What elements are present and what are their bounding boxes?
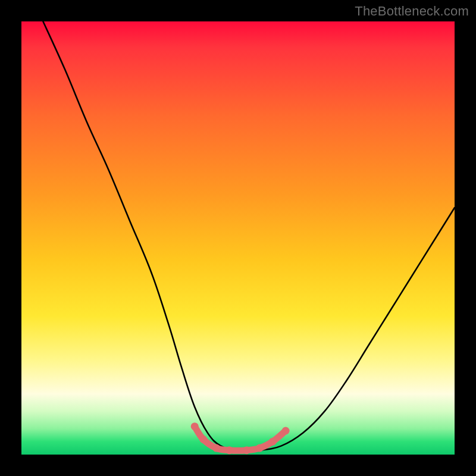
bottleneck-curve — [43, 21, 455, 451]
plot-area — [21, 21, 455, 455]
trough-marker-dot — [282, 427, 290, 435]
trough-marker-dot — [226, 446, 233, 454]
trough-marker-dot — [212, 444, 220, 452]
trough-marker-dot — [269, 438, 277, 446]
curve-layer — [21, 21, 455, 455]
watermark-text: TheBottleneck.com — [355, 4, 469, 19]
trough-marker-dot — [256, 444, 264, 452]
trough-marker-dot — [243, 446, 250, 454]
trough-marker-dot — [199, 436, 207, 443]
chart-frame: TheBottleneck.com — [0, 0, 476, 476]
trough-marker-dot — [191, 422, 199, 430]
